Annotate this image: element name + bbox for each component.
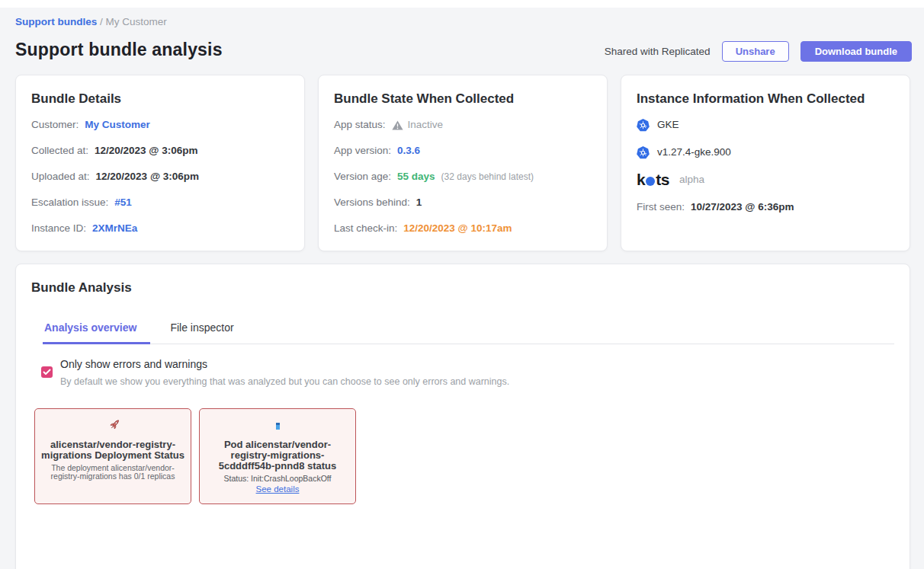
app-version-link[interactable]: 0.3.6 bbox=[397, 143, 420, 158]
last-checkin-value: 12/20/2023 @ 10:17am bbox=[403, 221, 512, 236]
summary-cards-row: Bundle Details Customer: My Customer Col… bbox=[15, 75, 910, 251]
app-status-row: App status: Inactive bbox=[334, 117, 592, 133]
bundle-details-card: Bundle Details Customer: My Customer Col… bbox=[15, 75, 305, 251]
collected-at-value: 12/20/2023 @ 3:06pm bbox=[95, 143, 198, 158]
kots-row: kts alpha bbox=[637, 172, 894, 187]
versions-behind-label: Versions behind: bbox=[334, 195, 410, 210]
breadcrumb-link-support-bundles[interactable]: Support bundles bbox=[15, 16, 97, 27]
kots-logo-o-dot bbox=[646, 177, 655, 186]
filter-description: By default we show you everything that w… bbox=[60, 375, 509, 388]
breadcrumb: Support bundles / My Customer bbox=[15, 16, 167, 27]
collected-at-row: Collected at: 12/20/2023 @ 3:06pm bbox=[31, 143, 289, 158]
issue-card-deployment-status[interactable]: alicenstar/vendor-registry-migrations De… bbox=[34, 408, 191, 504]
customer-link[interactable]: My Customer bbox=[85, 117, 150, 133]
k8s-version-row: v1.27.4-gke.900 bbox=[637, 145, 894, 160]
issue-card-pod-status[interactable]: Pod alicenstar/vendor-registry-migration… bbox=[199, 408, 356, 504]
distribution-value: GKE bbox=[657, 117, 679, 133]
instance-info-card: Instance Information When Collected GKE … bbox=[621, 75, 910, 251]
bundle-details-title: Bundle Details bbox=[31, 91, 289, 107]
escalation-issue-label: Escalation issue: bbox=[31, 195, 108, 210]
bundle-state-title: Bundle State When Collected bbox=[334, 91, 592, 107]
tab-analysis-overview[interactable]: Analysis overview bbox=[43, 321, 150, 344]
customer-row: Customer: My Customer bbox=[31, 117, 289, 133]
only-errors-checkbox[interactable] bbox=[41, 366, 53, 378]
rocket-icon bbox=[101, 414, 125, 439]
pod-icon bbox=[276, 423, 280, 430]
kubernetes-icon bbox=[637, 146, 650, 159]
escalation-issue-row: Escalation issue: #51 bbox=[31, 195, 289, 210]
versions-behind-value: 1 bbox=[416, 195, 422, 210]
customer-label: Customer: bbox=[31, 117, 79, 133]
escalation-issue-link[interactable]: #51 bbox=[114, 195, 132, 210]
filter-label[interactable]: Only show errors and warnings bbox=[60, 356, 509, 372]
version-age-row: Version age: 55 days (32 days behind lat… bbox=[334, 169, 592, 184]
issue-title: alicenstar/vendor-registry-migrations De… bbox=[41, 440, 184, 461]
first-seen-row: First seen: 10/27/2023 @ 6:36pm bbox=[637, 200, 894, 215]
see-details-link[interactable]: See details bbox=[256, 484, 300, 494]
bundle-analysis-title: Bundle Analysis bbox=[31, 280, 894, 296]
versions-behind-row: Versions behind: 1 bbox=[334, 195, 592, 210]
errors-warnings-filter: Only show errors and warnings By default… bbox=[41, 356, 894, 388]
analysis-tabs: Analysis overview File inspector bbox=[43, 321, 894, 344]
last-checkin-label: Last check-in: bbox=[334, 221, 397, 236]
distribution-row: GKE bbox=[637, 117, 894, 133]
instance-info-title: Instance Information When Collected bbox=[637, 91, 894, 107]
top-strip bbox=[0, 0, 924, 8]
bundle-analysis-card: Bundle Analysis Analysis overview File i… bbox=[15, 264, 910, 569]
kots-channel: alpha bbox=[679, 172, 704, 187]
first-seen-value: 10/27/2023 @ 6:36pm bbox=[691, 200, 794, 215]
shared-status-text: Shared with Replicated bbox=[605, 46, 711, 57]
app-status-value: Inactive bbox=[408, 117, 444, 133]
unshare-button[interactable]: Unshare bbox=[722, 41, 789, 62]
uploaded-at-label: Uploaded at: bbox=[31, 169, 90, 184]
instance-id-label: Instance ID: bbox=[31, 221, 86, 236]
uploaded-at-value: 12/20/2023 @ 3:06pm bbox=[96, 169, 200, 184]
kubernetes-icon bbox=[637, 119, 650, 132]
bundle-state-card: Bundle State When Collected App status: … bbox=[318, 75, 608, 251]
app-status-label: App status: bbox=[334, 117, 386, 133]
analysis-issues-row: alicenstar/vendor-registry-migrations De… bbox=[34, 408, 894, 504]
collected-at-label: Collected at: bbox=[31, 143, 88, 158]
support-bundle-analysis-page: Support bundles / My Customer Support bu… bbox=[0, 0, 924, 569]
issue-description: The deployment alicenstar/vendor-registr… bbox=[41, 464, 184, 481]
header-actions: Shared with Replicated Unshare Download … bbox=[605, 41, 912, 62]
download-bundle-button[interactable]: Download bundle bbox=[800, 41, 912, 62]
page-title: Support bundle analysis bbox=[15, 40, 223, 60]
version-age-note: (32 days behind latest) bbox=[441, 169, 534, 184]
breadcrumb-separator: / bbox=[100, 16, 103, 27]
version-age-label: Version age: bbox=[334, 169, 391, 184]
instance-id-link[interactable]: 2XMrNEa bbox=[92, 221, 137, 236]
first-seen-label: First seen: bbox=[637, 200, 685, 215]
issue-status-text: Status: Init:CrashLoopBackOff bbox=[223, 474, 331, 483]
app-version-row: App version: 0.3.6 bbox=[334, 143, 592, 158]
uploaded-at-row: Uploaded at: 12/20/2023 @ 3:06pm bbox=[31, 169, 289, 184]
app-version-label: App version: bbox=[334, 143, 391, 158]
breadcrumb-current: My Customer bbox=[106, 16, 167, 27]
k8s-version-value: v1.27.4-gke.900 bbox=[657, 145, 731, 160]
instance-id-row: Instance ID: 2XMrNEa bbox=[31, 221, 289, 236]
issue-title: Pod alicenstar/vendor-registry-migration… bbox=[206, 440, 349, 472]
tab-file-inspector[interactable]: File inspector bbox=[168, 321, 247, 344]
last-checkin-row: Last check-in: 12/20/2023 @ 10:17am bbox=[334, 221, 592, 236]
kots-logo: kts bbox=[637, 172, 669, 187]
version-age-value: 55 days bbox=[397, 169, 435, 184]
warning-icon bbox=[392, 120, 403, 130]
